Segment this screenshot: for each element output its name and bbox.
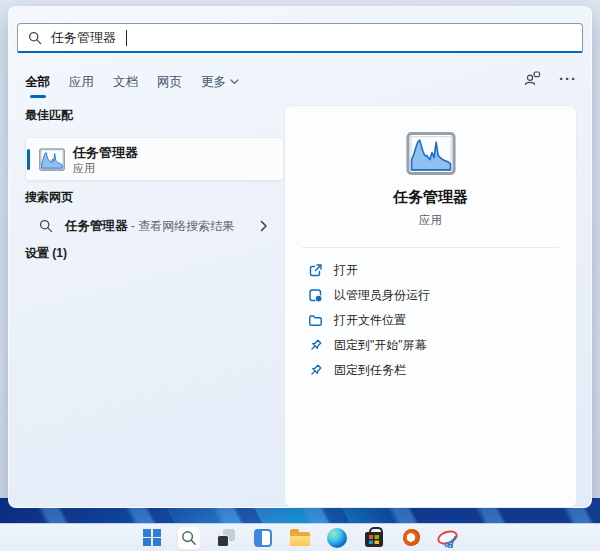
preview-app-title: 任务管理器 (285, 188, 576, 207)
action-pin-to-start[interactable]: 固定到"开始"屏幕 (285, 333, 576, 358)
settings-heading: 设置 (1) (25, 245, 67, 262)
edge-icon[interactable] (325, 526, 349, 550)
web-suggestion-text: 任务管理器 - 查看网络搜索结果 (65, 218, 234, 235)
divider (302, 247, 559, 248)
search-input[interactable]: 任务管理器 (17, 23, 583, 53)
tab-web[interactable]: 网页 (157, 74, 182, 91)
file-explorer-icon[interactable] (288, 526, 312, 550)
preview-app-subtitle: 应用 (285, 213, 576, 228)
text-cursor (126, 30, 127, 46)
account-feedback-icon[interactable] (524, 71, 541, 86)
best-match-heading: 最佳匹配 (25, 107, 73, 124)
search-web-heading: 搜索网页 (25, 189, 73, 206)
search-header-actions: ··· (524, 71, 577, 86)
chevron-down-icon (230, 79, 239, 85)
pin-icon (308, 338, 323, 353)
action-pin-to-taskbar[interactable]: 固定到任务栏 (285, 358, 576, 383)
best-match-subtitle: 应用 (73, 161, 95, 176)
microsoft-store-icon[interactable] (362, 526, 386, 550)
search-query-text: 任务管理器 (51, 29, 116, 47)
result-preview-pane: 任务管理器 应用 打开 以管理员身份运行 (284, 105, 577, 508)
action-open[interactable]: 打开 (285, 258, 576, 283)
best-match-result[interactable]: 任务管理器 应用 (25, 137, 284, 181)
search-icon (28, 31, 42, 45)
more-options-icon[interactable]: ··· (559, 74, 577, 84)
snipping-tool-icon[interactable] (436, 527, 460, 549)
context-actions-list: 打开 以管理员身份运行 打开文件位置 (285, 258, 576, 383)
web-search-suggestion[interactable]: 任务管理器 - 查看网络搜索结果 (17, 211, 284, 241)
active-tab-underline (30, 95, 46, 98)
tab-apps[interactable]: 应用 (69, 74, 94, 91)
action-open-file-location[interactable]: 打开文件位置 (285, 308, 576, 333)
search-flyout-panel: 任务管理器 全部 应用 文档 网页 更多 ··· 最佳匹配 (8, 6, 592, 508)
chevron-right-icon[interactable] (260, 220, 268, 232)
tab-documents[interactable]: 文档 (113, 74, 138, 91)
selection-accent-bar (27, 149, 30, 170)
task-manager-chart-icon (39, 148, 65, 171)
task-manager-chart-icon (406, 132, 456, 175)
search-filter-tabs: 全部 应用 文档 网页 更多 (17, 69, 239, 95)
action-run-as-admin[interactable]: 以管理员身份运行 (285, 283, 576, 308)
tab-more[interactable]: 更多 (201, 74, 239, 91)
task-view-icon[interactable] (214, 526, 238, 550)
open-icon (308, 263, 323, 278)
search-icon[interactable] (177, 526, 201, 550)
folder-icon (308, 313, 323, 328)
pin-icon (308, 363, 323, 378)
search-icon (39, 219, 53, 233)
best-match-title: 任务管理器 (73, 144, 138, 162)
widgets-icon[interactable] (251, 526, 275, 550)
windows-start-icon[interactable] (140, 526, 164, 550)
run-as-admin-icon (308, 288, 323, 303)
office-icon[interactable] (399, 526, 423, 550)
tab-all[interactable]: 全部 (25, 74, 50, 91)
taskbar (0, 523, 600, 551)
